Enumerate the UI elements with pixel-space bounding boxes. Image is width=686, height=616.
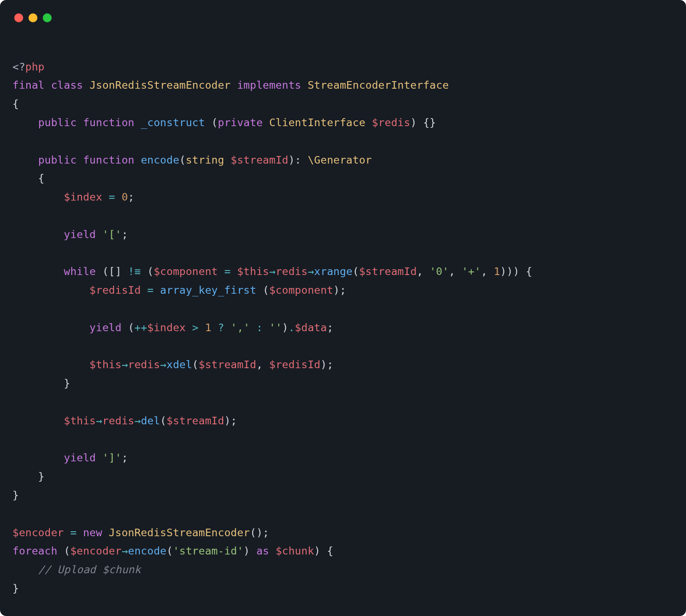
code-token: [263, 116, 269, 129]
code-token: [135, 116, 141, 129]
code-token: [186, 321, 192, 334]
code-window: <?php final class JsonRedisStreamEncoder…: [0, 0, 686, 616]
code-token: >: [192, 321, 198, 334]
code-token: →: [122, 358, 128, 371]
code-token: (: [57, 545, 70, 557]
code-line: }: [12, 470, 45, 483]
code-token: ) {}: [410, 116, 436, 129]
code-token: [12, 415, 64, 427]
code-token: [77, 154, 83, 166]
code-token: [301, 79, 307, 91]
code-line: // Upload $chunk: [12, 563, 141, 576]
code-token: [96, 452, 102, 464]
code-token: [12, 191, 64, 203]
code-token: $this: [64, 415, 96, 427]
code-token: →: [269, 265, 275, 278]
code-token: ();: [250, 526, 269, 539]
code-token: ++: [135, 321, 147, 334]
code-token: (: [167, 545, 173, 557]
code-token: {: [12, 98, 19, 110]
code-token: ): [244, 545, 257, 557]
code-token: redis: [102, 415, 135, 427]
code-token: '0': [429, 265, 449, 278]
code-token: redis: [128, 358, 160, 371]
code-token: .: [288, 321, 294, 334]
code-token: [12, 358, 90, 371]
code-token: 0: [122, 191, 128, 203]
code-token: );: [224, 415, 237, 427]
code-token: =: [70, 526, 77, 539]
code-token: $this: [90, 358, 122, 371]
code-line: }: [12, 489, 19, 501]
code-token: ,: [449, 265, 462, 278]
code-token: =: [147, 284, 154, 296]
code-line: $this→redis→xdel($streamId, $redisId);: [12, 358, 333, 371]
code-token: [102, 526, 109, 539]
code-token: JsonRedisStreamEncoder: [90, 79, 231, 91]
code-line: final class JsonRedisStreamEncoder imple…: [12, 79, 449, 91]
code-token: [77, 526, 83, 539]
code-token: $redis: [372, 116, 410, 129]
code-line: foreach ($encoder→encode('stream-id') as…: [12, 545, 333, 557]
code-line: }: [12, 582, 19, 595]
code-token: [83, 79, 89, 91]
code-line: {: [12, 98, 19, 110]
code-line: }: [12, 377, 70, 390]
zoom-icon[interactable]: [43, 13, 52, 22]
code-token: [263, 321, 269, 334]
code-token: class: [51, 79, 83, 91]
code-token: );: [320, 358, 333, 371]
code-token: ,: [256, 358, 269, 371]
code-token: (: [141, 265, 154, 278]
code-token: ))) {: [500, 265, 532, 278]
code-token: [115, 191, 122, 203]
code-token: [224, 154, 230, 166]
code-token: [141, 284, 147, 296]
code-token: (: [122, 321, 135, 334]
code-token: [77, 116, 83, 129]
code-token: '': [269, 321, 282, 334]
code-token: [12, 228, 64, 241]
code-token: [45, 79, 51, 91]
code-token: string: [186, 154, 224, 166]
code-token: $index: [147, 321, 186, 334]
code-token: [218, 265, 224, 278]
code-token: del: [141, 415, 160, 427]
code-block: <?php final class JsonRedisStreamEncoder…: [12, 58, 674, 598]
code-token: [12, 265, 64, 278]
code-token: 1: [494, 265, 500, 278]
code-token: ;: [128, 191, 134, 203]
code-token: $component: [154, 265, 218, 278]
code-token: [96, 228, 102, 241]
code-token: '[': [102, 228, 122, 241]
code-token: $chunk: [276, 545, 314, 557]
code-token: while: [64, 265, 96, 278]
code-token: ): [282, 321, 288, 334]
code-token: :: [256, 321, 262, 334]
code-token: $redisId: [90, 284, 141, 296]
code-token: JsonRedisStreamEncoder: [109, 526, 250, 539]
code-token: // Upload $chunk: [38, 563, 141, 576]
code-token: [269, 545, 275, 557]
code-token: array_key_first: [160, 284, 256, 296]
code-token: (: [353, 265, 359, 278]
code-line: yield '[';: [12, 228, 128, 241]
code-token: function: [83, 154, 134, 166]
code-token: foreach: [12, 545, 57, 557]
code-token: (: [205, 116, 218, 129]
code-token: (: [180, 154, 186, 166]
close-icon[interactable]: [14, 13, 23, 22]
code-token: ([]: [96, 265, 128, 278]
code-token: ;: [122, 452, 128, 464]
code-token: [135, 154, 141, 166]
code-token: [12, 321, 90, 334]
code-token: $streamId: [231, 154, 289, 166]
code-token: ']': [102, 452, 122, 464]
code-token: _construct: [141, 116, 205, 129]
code-token: 1: [205, 321, 211, 334]
minimize-icon[interactable]: [29, 13, 37, 22]
code-token: public: [38, 154, 77, 166]
code-line: yield ']';: [12, 452, 128, 464]
code-token: $encoder: [12, 526, 64, 539]
code-token: $encoder: [70, 545, 122, 557]
